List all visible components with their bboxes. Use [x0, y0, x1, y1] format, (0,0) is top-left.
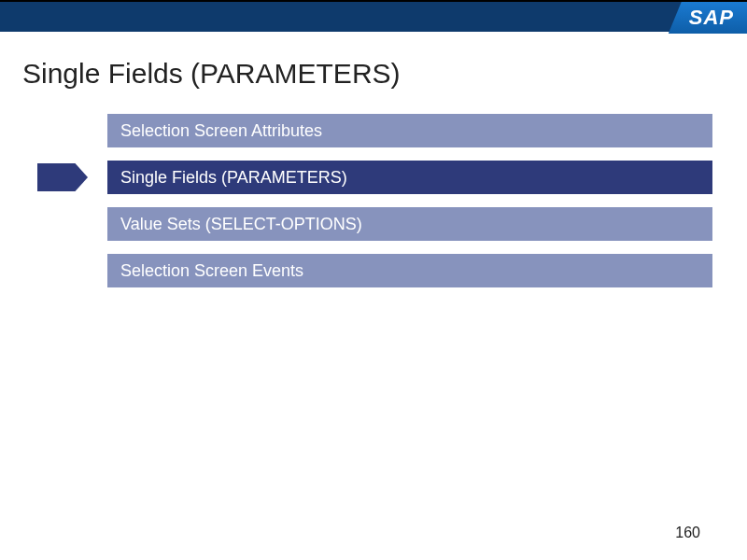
nav-item: Value Sets (SELECT-OPTIONS) [107, 207, 712, 241]
nav-item: Selection Screen Events [107, 254, 712, 287]
nav-item-label: Single Fields (PARAMETERS) [107, 161, 712, 194]
sap-logo-text: SAP [689, 6, 734, 30]
nav-item: Selection Screen Attributes [107, 114, 712, 147]
page-number: 160 [675, 525, 700, 541]
sap-logo: SAP [669, 2, 747, 34]
active-pointer-icon [37, 163, 88, 191]
nav-item: Single Fields (PARAMETERS) [107, 161, 712, 194]
page-title: Single Fields (PARAMETERS) [22, 58, 747, 90]
nav-items: Selection Screen Attributes Single Field… [107, 114, 712, 287]
nav-item-label: Selection Screen Events [107, 254, 712, 287]
header-bar: SAP [0, 0, 747, 32]
nav-item-label: Selection Screen Attributes [107, 114, 712, 147]
nav-item-label: Value Sets (SELECT-OPTIONS) [107, 207, 712, 241]
